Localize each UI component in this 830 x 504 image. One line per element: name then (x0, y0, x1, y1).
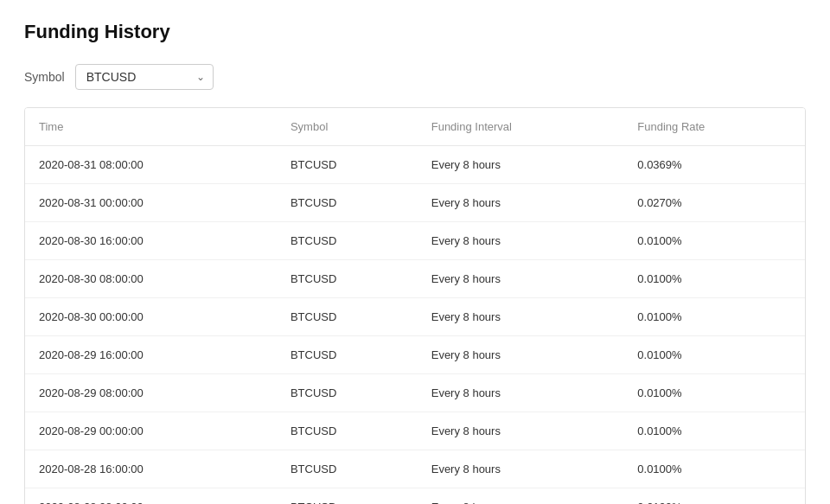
funding-history-table: Time Symbol Funding Interval Funding Rat… (25, 108, 805, 504)
cell-symbol: BTCUSD (277, 488, 418, 505)
cell-rate: 0.0100% (623, 336, 805, 374)
table-row: 2020-08-31 00:00:00 BTCUSD Every 8 hours… (25, 184, 805, 222)
filter-row: Symbol BTCUSD ETHUSD XRPUSD ⌄ (24, 64, 806, 90)
cell-rate: 0.0270% (623, 184, 805, 222)
cell-symbol: BTCUSD (277, 260, 418, 298)
table-row: 2020-08-29 16:00:00 BTCUSD Every 8 hours… (25, 336, 805, 374)
cell-time: 2020-08-29 08:00:00 (25, 374, 277, 412)
table-row: 2020-08-28 08:00:00 BTCUSD Every 8 hours… (25, 488, 805, 505)
cell-rate: 0.0100% (623, 488, 805, 505)
cell-symbol: BTCUSD (277, 146, 418, 184)
cell-interval: Every 8 hours (418, 336, 624, 374)
cell-time: 2020-08-29 16:00:00 (25, 336, 277, 374)
table-row: 2020-08-29 08:00:00 BTCUSD Every 8 hours… (25, 374, 805, 412)
cell-symbol: BTCUSD (277, 222, 418, 260)
funding-history-table-container: Time Symbol Funding Interval Funding Rat… (24, 107, 806, 504)
cell-symbol: BTCUSD (277, 184, 418, 222)
table-row: 2020-08-29 00:00:00 BTCUSD Every 8 hours… (25, 412, 805, 450)
cell-interval: Every 8 hours (418, 260, 624, 298)
cell-interval: Every 8 hours (418, 298, 624, 336)
cell-time: 2020-08-31 00:00:00 (25, 184, 277, 222)
cell-time: 2020-08-28 16:00:00 (25, 450, 277, 488)
symbol-select-wrapper: BTCUSD ETHUSD XRPUSD ⌄ (75, 64, 214, 90)
cell-interval: Every 8 hours (418, 222, 624, 260)
cell-interval: Every 8 hours (418, 450, 624, 488)
col-time: Time (25, 108, 277, 146)
cell-interval: Every 8 hours (418, 412, 624, 450)
table-row: 2020-08-30 00:00:00 BTCUSD Every 8 hours… (25, 298, 805, 336)
cell-rate: 0.0100% (623, 450, 805, 488)
cell-time: 2020-08-29 00:00:00 (25, 412, 277, 450)
table-header-row: Time Symbol Funding Interval Funding Rat… (25, 108, 805, 146)
cell-interval: Every 8 hours (418, 488, 624, 505)
col-symbol: Symbol (277, 108, 418, 146)
cell-time: 2020-08-30 16:00:00 (25, 222, 277, 260)
col-rate: Funding Rate (623, 108, 805, 146)
cell-rate: 0.0100% (623, 298, 805, 336)
cell-symbol: BTCUSD (277, 336, 418, 374)
col-interval: Funding Interval (418, 108, 624, 146)
cell-interval: Every 8 hours (418, 146, 624, 184)
cell-symbol: BTCUSD (277, 374, 418, 412)
symbol-filter-label: Symbol (24, 70, 65, 84)
cell-rate: 0.0100% (623, 412, 805, 450)
symbol-select[interactable]: BTCUSD ETHUSD XRPUSD (75, 64, 214, 90)
cell-interval: Every 8 hours (418, 374, 624, 412)
cell-time: 2020-08-30 08:00:00 (25, 260, 277, 298)
cell-rate: 0.0100% (623, 374, 805, 412)
cell-time: 2020-08-30 00:00:00 (25, 298, 277, 336)
cell-symbol: BTCUSD (277, 450, 418, 488)
table-row: 2020-08-30 16:00:00 BTCUSD Every 8 hours… (25, 222, 805, 260)
page-title: Funding History (24, 21, 806, 43)
cell-interval: Every 8 hours (418, 184, 624, 222)
cell-symbol: BTCUSD (277, 412, 418, 450)
cell-time: 2020-08-28 08:00:00 (25, 488, 277, 505)
table-row: 2020-08-31 08:00:00 BTCUSD Every 8 hours… (25, 146, 805, 184)
cell-rate: 0.0369% (623, 146, 805, 184)
cell-time: 2020-08-31 08:00:00 (25, 146, 277, 184)
page-wrapper: Funding History Symbol BTCUSD ETHUSD XRP… (0, 0, 830, 504)
cell-symbol: BTCUSD (277, 298, 418, 336)
cell-rate: 0.0100% (623, 260, 805, 298)
table-row: 2020-08-28 16:00:00 BTCUSD Every 8 hours… (25, 450, 805, 488)
cell-rate: 0.0100% (623, 222, 805, 260)
table-row: 2020-08-30 08:00:00 BTCUSD Every 8 hours… (25, 260, 805, 298)
